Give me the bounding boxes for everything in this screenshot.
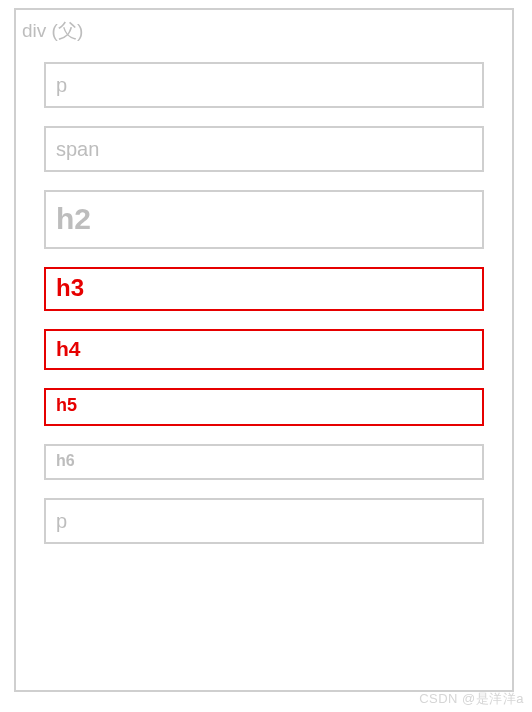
child-box-p: p [44,62,484,108]
child-tag-label: h2 [56,202,91,235]
child-box-h5-selected: h5 [44,388,484,426]
parent-label: div (父) [22,18,484,44]
child-tag-label: h3 [56,274,84,301]
child-tag-label: h5 [56,395,77,415]
child-box-p-2: p [44,498,484,544]
child-box-h2: h2 [44,190,484,249]
child-tag-label: p [56,74,67,96]
child-tag-label: p [56,510,67,532]
child-tag-label: h4 [56,337,81,360]
child-box-h6: h6 [44,444,484,480]
child-tag-label: h6 [56,452,75,469]
watermark-text: CSDN @是洋洋a [419,690,524,708]
child-tag-label: span [56,138,99,160]
child-box-span: span [44,126,484,172]
parent-div-box: div (父) p span h2 h3 h4 h5 h6 p [14,8,514,692]
child-box-h3-selected: h3 [44,267,484,311]
child-box-h4-selected: h4 [44,329,484,370]
